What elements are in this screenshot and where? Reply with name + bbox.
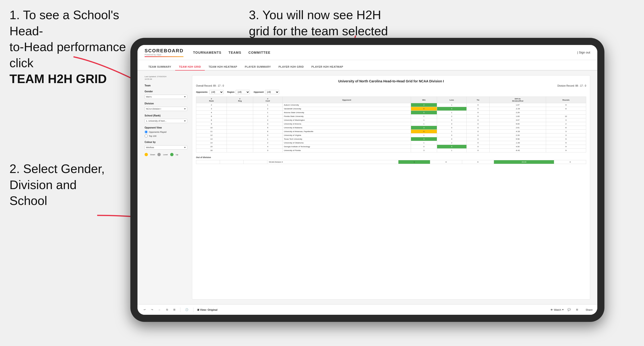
cell-reg xyxy=(226,122,253,126)
share-button[interactable]: Share xyxy=(586,308,592,311)
cell-rank: 16 xyxy=(196,149,227,153)
toolbar-view-button[interactable]: 🖥 View: Original xyxy=(197,308,217,311)
tab-team-summary[interactable]: TEAM SUMMARY xyxy=(144,63,175,71)
col-opponent: Opponent xyxy=(282,97,411,103)
cell-loss: 0 xyxy=(437,122,466,126)
annotation-bottom-left-line2: Division and xyxy=(10,178,76,192)
radio-opponents-played-input[interactable] xyxy=(144,130,148,134)
cell-conf: 1 xyxy=(253,137,282,141)
opponent-view-radio-group: Opponents Played Top 100 xyxy=(144,130,187,138)
cell-diff: 5.56 xyxy=(490,137,546,141)
cell-diff: 2.61 xyxy=(490,126,546,130)
division-record: Division Record: 88 - 17 - 0 xyxy=(558,84,586,87)
tab-team-h2h-heatmap[interactable]: TEAM H2H HEATMAP xyxy=(205,63,241,71)
gender-select[interactable]: Men's Women's xyxy=(144,95,187,99)
out-of-division-table: NCAA Division II 1 0 0 26.00 3 xyxy=(196,160,586,164)
color-dot-up xyxy=(170,153,174,156)
tab-player-h2h-heatmap[interactable]: PLAYER H2H HEATMAP xyxy=(308,63,347,71)
radio-top100-input[interactable] xyxy=(144,134,148,138)
radio-top100[interactable]: Top 100 xyxy=(144,134,187,138)
ood-loss: 0 xyxy=(430,160,462,164)
cell-opponent: University of Arizona xyxy=(282,122,411,126)
table-row: 6 2 Florida State University 1 2 0 1.83 … xyxy=(196,115,586,118)
tab-team-h2h-grid[interactable]: TEAM H2H GRID xyxy=(175,63,205,71)
tab-player-h2h-grid[interactable]: PLAYER H2H GRID xyxy=(275,63,308,71)
color-label-level: Level xyxy=(163,154,168,156)
grid-title: University of North Carolina Head-to-Hea… xyxy=(196,79,586,83)
col-rounds: Rounds xyxy=(546,97,586,103)
cell-rounds: 8 xyxy=(546,107,586,111)
cell-tie: 0 xyxy=(466,141,490,145)
table-row: 3 2 Vanderbilt University 0 4 0 -2.29 8 xyxy=(196,107,586,111)
cell-win: 1 xyxy=(411,141,437,145)
cell-opponent: Florida State University xyxy=(282,115,411,118)
cell-loss: 5 xyxy=(437,145,466,149)
annotation-top-right-line1: 3. You will now see H2H xyxy=(249,8,381,22)
nav-committee[interactable]: COMMITTEE xyxy=(248,49,270,56)
table-row: 10 5 University of Alabama 3 0 0 2.61 8 xyxy=(196,126,586,130)
opponent-filter-select[interactable]: (All) xyxy=(265,90,279,94)
toolbar-comment[interactable]: 💬 xyxy=(566,307,572,312)
cell-rounds: 3 xyxy=(546,118,586,122)
out-of-division-row: NCAA Division II 1 0 0 26.00 3 xyxy=(196,160,586,164)
logo: SCOREBOARD Powered by clippi xyxy=(144,48,184,57)
cell-diff: 1.83 xyxy=(490,115,546,118)
ood-reg xyxy=(220,160,244,164)
ood-win: 1 xyxy=(398,160,430,164)
cell-diff: 4.50 xyxy=(490,145,546,149)
cell-reg xyxy=(226,137,253,141)
cell-tie: 0 xyxy=(466,130,490,134)
nav-tournaments[interactable]: TOURNAMENTS xyxy=(193,49,222,56)
toolbar-clock[interactable]: 🕐 xyxy=(184,307,190,312)
col-reg: #Reg xyxy=(226,97,253,103)
cell-tie: 0 xyxy=(466,111,490,115)
cell-conf: 3 xyxy=(253,122,282,126)
cell-loss: 0 xyxy=(437,134,466,137)
cell-diff: -4.33 xyxy=(490,130,546,134)
toolbar-watch-button[interactable]: 👁 Watch ▾ xyxy=(550,308,564,311)
cell-tie: 0 xyxy=(466,103,490,107)
opponents-filter-select[interactable]: (All) xyxy=(209,90,224,94)
tab-player-summary[interactable]: PLAYER SUMMARY xyxy=(241,63,275,71)
toolbar-prev[interactable]: ← xyxy=(157,307,162,312)
division-select[interactable]: NCAA Division I NCAA Division II xyxy=(144,107,187,111)
toolbar-copy[interactable]: ⧉ xyxy=(165,307,170,312)
cell-diff: -2.29 xyxy=(490,107,546,111)
toolbar-paste[interactable]: ⊞ xyxy=(172,307,177,312)
watch-dropdown-icon: ▾ xyxy=(562,308,564,311)
cell-conf: 1 xyxy=(253,111,282,115)
sign-out-button[interactable]: | Sign out xyxy=(577,51,590,54)
ood-conf xyxy=(244,160,267,164)
team-label: Team xyxy=(144,84,187,87)
table-row: 13 1 Texas Tech University 3 0 0 5.56 9 xyxy=(196,137,586,141)
cell-reg xyxy=(226,111,253,115)
toolbar-redo[interactable]: ↪ xyxy=(150,307,154,312)
nav-bar: SCOREBOARD Powered by clippi TOURNAMENTS… xyxy=(138,45,597,60)
colour-by-select[interactable]: Win/loss xyxy=(144,145,187,150)
annotation-line1: 1. To see a School's Head- xyxy=(10,8,119,38)
h2h-table: #Rank #Reg #Conf Opponent Win Loss Tie D… xyxy=(196,97,586,153)
region-filter-select[interactable]: (All) xyxy=(236,90,250,94)
overall-record: Overall Record: 89 - 17 - 0 xyxy=(196,84,224,87)
cell-conf: 2 xyxy=(253,107,282,111)
tablet-screen: SCOREBOARD Powered by clippi TOURNAMENTS… xyxy=(138,45,597,315)
toolbar-layout[interactable]: ⊞ xyxy=(574,307,580,312)
annotation-bottom-left-line1: 2. Select Gender, xyxy=(10,162,105,175)
nav-teams[interactable]: TEAMS xyxy=(228,49,241,56)
table-row: 9 3 University of Arizona 1 0 0 9.00 2 xyxy=(196,122,586,126)
opponent-view-label: Opponent View xyxy=(144,126,187,129)
gender-label: Gender xyxy=(144,90,187,93)
cell-rounds: 9 xyxy=(546,145,586,149)
school-select[interactable]: 1. University of Nort... xyxy=(144,119,187,123)
table-row: 11 6 University of Arkansas, Fayettevill… xyxy=(196,130,586,134)
cell-conf: 5 xyxy=(253,126,282,130)
toolbar-undo[interactable]: ↩ xyxy=(142,307,147,312)
cell-rounds: 9 xyxy=(546,103,586,107)
cell-rounds: 8 xyxy=(546,126,586,130)
radio-opponents-played[interactable]: Opponents Played xyxy=(144,130,187,134)
cell-win: 0 xyxy=(411,145,437,149)
cell-tie: 0 xyxy=(466,118,490,122)
cell-tie: 0 xyxy=(466,126,490,130)
cell-diff: -6.42 xyxy=(490,149,546,153)
cell-win: 3 xyxy=(411,149,437,153)
